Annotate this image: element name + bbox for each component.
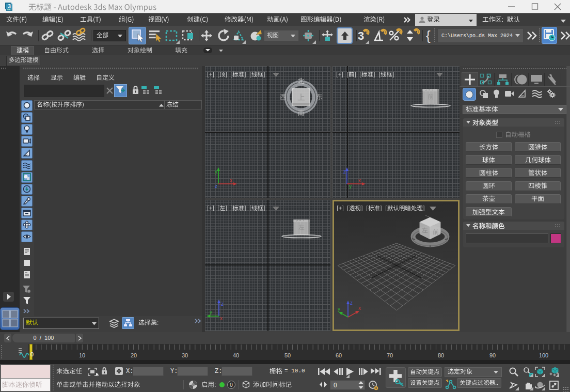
- svg-text:{: {: [426, 28, 431, 43]
- svg-text:z: z: [215, 183, 217, 189]
- svg-text:3: 3: [358, 29, 364, 42]
- svg-text:70: 70: [387, 352, 393, 358]
- svg-text:x: x: [220, 316, 223, 321]
- svg-text:90: 90: [489, 352, 496, 358]
- svg-text:10: 10: [79, 352, 85, 358]
- svg-text:80: 80: [438, 352, 444, 358]
- svg-text:z: z: [221, 301, 224, 307]
- svg-text:30: 30: [182, 352, 188, 358]
- svg-text:y: y: [215, 169, 217, 175]
- svg-text:y: y: [210, 309, 212, 315]
- svg-text:x: x: [358, 178, 361, 183]
- svg-text:40: 40: [233, 352, 239, 358]
- svg-text:50: 50: [284, 352, 291, 358]
- svg-text:y: y: [349, 183, 352, 189]
- svg-text:MAX: MAX: [7, 8, 12, 11]
- svg-text:0: 0: [230, 382, 233, 388]
- svg-text:100: 100: [539, 352, 548, 358]
- svg-text:x: x: [230, 178, 232, 183]
- svg-text:z: z: [343, 169, 346, 175]
- svg-text:20: 20: [131, 352, 137, 358]
- svg-text:60: 60: [336, 352, 342, 358]
